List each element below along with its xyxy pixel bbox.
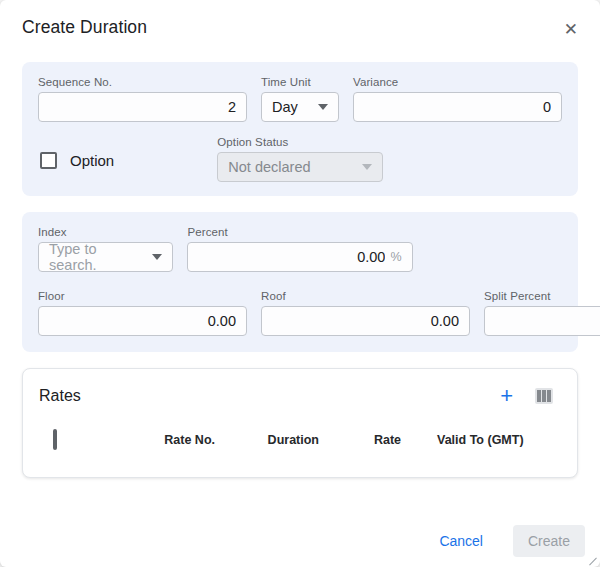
close-icon: ✕ <box>564 20 578 39</box>
option-label: Option <box>70 152 114 169</box>
roof-label: Roof <box>261 290 470 302</box>
section-index: Index Type to search. Percent % Floor <box>22 212 578 352</box>
percent-input[interactable] <box>198 249 385 265</box>
column-settings-button[interactable] <box>533 386 555 406</box>
sequence-no-label: Sequence No. <box>38 76 247 88</box>
time-unit-label: Time Unit <box>261 76 339 88</box>
select-all-checkbox[interactable] <box>53 429 57 450</box>
time-unit-value: Day <box>272 99 298 115</box>
option-status-label: Option Status <box>217 136 382 148</box>
roof-input[interactable] <box>272 313 459 329</box>
index-search-select[interactable]: Type to search. <box>38 242 173 272</box>
rates-card: Rates + Rate No. Dura <box>22 368 578 478</box>
sequence-no-field: Sequence No. <box>38 76 247 122</box>
time-unit-select[interactable]: Day <box>261 92 339 122</box>
index-label: Index <box>38 226 173 238</box>
floor-field: Floor <box>38 290 247 336</box>
percent-label: Percent <box>187 226 412 238</box>
option-status-field: Option Status Not declared <box>217 136 382 184</box>
column-header-valid-to: Valid To (GMT) <box>401 433 561 447</box>
option-checkbox-row[interactable]: Option <box>38 136 203 184</box>
create-button[interactable]: Create <box>513 525 585 557</box>
time-unit-field: Time Unit Day <box>261 76 339 122</box>
floor-label: Floor <box>38 290 247 302</box>
floor-input[interactable] <box>49 313 236 329</box>
roof-field: Roof <box>261 290 470 336</box>
dialog-header: Create Duration ✕ <box>0 0 600 42</box>
column-header-duration: Duration <box>215 433 319 447</box>
variance-input[interactable] <box>364 99 551 115</box>
chevron-down-icon <box>362 164 372 170</box>
plus-icon: + <box>500 383 513 408</box>
page-title: Create Duration <box>22 17 147 38</box>
columns-icon <box>535 388 553 404</box>
add-rate-button[interactable]: + <box>498 385 515 407</box>
column-header-rate-no: Rate No. <box>79 433 215 447</box>
split-percent-input[interactable] <box>495 313 600 329</box>
rates-title: Rates <box>39 387 81 405</box>
split-percent-field: Split Percent % <box>484 290 600 336</box>
index-placeholder: Type to search. <box>49 241 144 273</box>
index-field: Index Type to search. <box>38 226 173 272</box>
variance-field: Variance <box>353 76 562 122</box>
cancel-button[interactable]: Cancel <box>431 527 491 555</box>
chevron-down-icon <box>152 254 162 260</box>
section-basic: Sequence No. Time Unit Day Variance <box>22 62 578 196</box>
close-button[interactable]: ✕ <box>558 17 584 42</box>
percent-suffix: % <box>390 250 401 264</box>
option-checkbox[interactable] <box>40 152 57 169</box>
resize-grip[interactable] <box>589 556 599 566</box>
column-header-rate: Rate <box>319 433 401 447</box>
rates-table-header: Rate No. Duration Rate Valid To (GMT) <box>39 431 561 461</box>
create-duration-dialog: Create Duration ✕ Sequence No. Time Unit… <box>0 0 600 567</box>
option-status-value: Not declared <box>228 159 310 175</box>
chevron-down-icon <box>318 104 328 110</box>
variance-label: Variance <box>353 76 562 88</box>
sequence-no-input[interactable] <box>49 99 236 115</box>
option-status-select: Not declared <box>217 152 382 182</box>
dialog-footer: Cancel Create <box>431 525 585 557</box>
split-percent-label: Split Percent <box>484 290 600 302</box>
percent-field: Percent % <box>187 226 412 272</box>
